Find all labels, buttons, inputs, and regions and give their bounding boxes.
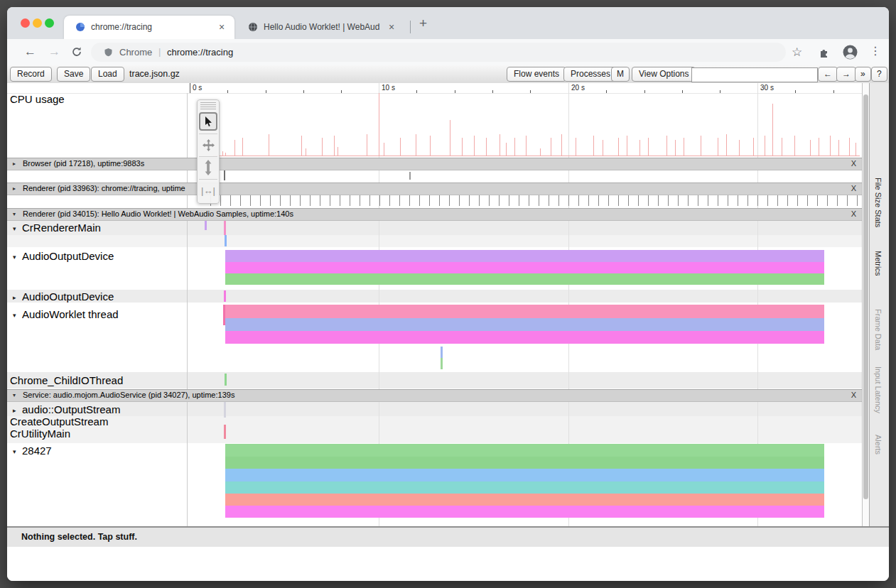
- renderer-event-tick: [419, 195, 420, 206]
- renderer-event-tick: [807, 195, 808, 206]
- trace-slice[interactable]: [225, 318, 824, 331]
- renderer-event-tick: [409, 195, 410, 206]
- disclosure-arrow-icon[interactable]: ▾: [13, 312, 22, 319]
- renderer-event-tick: [549, 195, 549, 206]
- right-sidebar: File Size StatsMetricsFrame DataInput La…: [869, 83, 889, 526]
- renderer-event-tick: [648, 195, 649, 206]
- thread-name: CrRendererMain: [22, 222, 101, 234]
- trace-micro-slice[interactable]: [225, 235, 227, 246]
- disclosure-arrow-icon[interactable]: ▸: [13, 407, 22, 414]
- thread-row-label[interactable]: ▾AudioOutputDevice: [13, 250, 114, 262]
- thread-row-label[interactable]: ▾AudioWorklet thread: [13, 308, 119, 320]
- kebab-menu-icon[interactable]: ⋮: [870, 44, 881, 58]
- process-header[interactable]: ▸Renderer (pid 33963): chrome://tracing,…: [7, 183, 862, 195]
- close-track-button[interactable]: X: [851, 390, 856, 401]
- zoom-tool-button[interactable]: [200, 159, 217, 176]
- renderer-event-tick: [519, 195, 519, 206]
- cpu-spike: [675, 140, 676, 156]
- sidebar-tab-metrics[interactable]: Metrics: [874, 251, 882, 276]
- renderer-event-tick: [747, 195, 748, 206]
- thread-row-label[interactable]: Chrome_ChildIOThread: [10, 374, 123, 386]
- process-header[interactable]: ▾Renderer (pid 34015): Hello Audio Workl…: [7, 208, 862, 221]
- cpu-spike: [838, 140, 839, 156]
- cpu-spike: [849, 138, 850, 156]
- process-header[interactable]: ▾Service: audio.mojom.AudioService (pid …: [7, 389, 862, 402]
- trace-slice[interactable]: [225, 331, 824, 344]
- cpu-spike: [500, 134, 500, 156]
- renderer-event-tick: [499, 195, 500, 206]
- cpu-spike: [450, 120, 450, 156]
- help-button[interactable]: ?: [871, 67, 887, 82]
- pan-tool-button[interactable]: [200, 136, 217, 153]
- trace-micro-slice[interactable]: [224, 425, 226, 439]
- disclosure-arrow-icon[interactable]: ▾: [13, 448, 22, 455]
- renderer-event-tick: [857, 195, 858, 206]
- trace-micro-slice[interactable]: [224, 219, 226, 235]
- trace-slice[interactable]: [225, 250, 824, 262]
- thread-row-label[interactable]: CreateOutputStream: [10, 415, 108, 428]
- renderer-event-tick: [618, 195, 619, 206]
- trace-slice[interactable]: [225, 494, 824, 506]
- disclosure-arrow-icon[interactable]: ▸: [13, 183, 16, 194]
- close-track-button[interactable]: X: [851, 209, 856, 219]
- process-header[interactable]: ▸Browser (pid 17218), uptime:9883sX: [7, 158, 862, 170]
- thread-row-label[interactable]: ▸AudioOutputDevice: [13, 290, 114, 303]
- trace-micro-slice[interactable]: [223, 305, 225, 325]
- close-track-button[interactable]: X: [851, 158, 856, 169]
- cpu-spike: [782, 138, 782, 156]
- cpu-spike: [618, 138, 619, 156]
- trace-micro-slice[interactable]: [441, 347, 443, 358]
- renderer-event-tick: [270, 195, 271, 206]
- disclosure-arrow-icon[interactable]: ▾: [13, 209, 16, 219]
- renderer-event-tick: [847, 195, 848, 206]
- cpu-spike: [384, 143, 384, 156]
- renderer-event-tick: [360, 195, 360, 206]
- close-track-button[interactable]: X: [851, 183, 856, 194]
- renderer-event-tick: [350, 195, 350, 206]
- renderer-event-tick: [568, 195, 569, 206]
- trace-micro-slice[interactable]: [205, 220, 207, 230]
- thread-row-label[interactable]: ▸audio::OutputStream: [13, 403, 120, 415]
- trace-slice[interactable]: [225, 506, 824, 518]
- thread-name: Chrome_ChildIOThread: [10, 374, 123, 386]
- cpu-spike: [639, 140, 640, 156]
- thread-row-label[interactable]: ▾CrRendererMain: [13, 222, 101, 234]
- palette-drag-grip[interactable]: [200, 102, 216, 110]
- trace-slice[interactable]: [225, 481, 824, 494]
- scrollbar-thumb[interactable]: [863, 94, 868, 499]
- renderer-event-tick: [787, 195, 788, 206]
- trace-micro-slice[interactable]: [224, 402, 226, 418]
- disclosure-arrow-icon[interactable]: ▸: [13, 158, 16, 169]
- trace-slice[interactable]: [225, 273, 824, 285]
- trace-slice[interactable]: [225, 262, 824, 273]
- trace-micro-slice[interactable]: [225, 374, 227, 386]
- cpu-spike: [739, 140, 740, 156]
- cpu-spike: [306, 148, 306, 156]
- select-tool-button[interactable]: [199, 112, 217, 131]
- trace-slice[interactable]: [225, 457, 824, 469]
- thread-row-label[interactable]: CrUtilityMain: [10, 428, 70, 440]
- timing-select-icon: |↔|: [201, 185, 215, 196]
- cpu-spike: [526, 136, 527, 156]
- cpu-spike: [269, 134, 269, 156]
- trace-slice[interactable]: [225, 469, 824, 481]
- thread-row-label[interactable]: ▾28427: [13, 445, 52, 457]
- renderer-event-tick: [837, 195, 838, 206]
- trace-slice[interactable]: [225, 444, 824, 457]
- disclosure-arrow-icon[interactable]: ▾: [13, 225, 22, 232]
- trace-slice[interactable]: [225, 305, 824, 318]
- disclosure-arrow-icon[interactable]: ▾: [13, 390, 16, 401]
- cpu-spike: [514, 138, 515, 156]
- renderer-event-tick: [240, 195, 241, 206]
- timing-tool-button[interactable]: |↔|: [200, 182, 217, 199]
- trace-micro-slice[interactable]: [224, 290, 226, 302]
- cpu-spike: [322, 138, 323, 156]
- sidebar-tab-file-size-stats[interactable]: File Size Stats: [874, 178, 882, 227]
- thread-name: AudioOutputDevice: [22, 250, 114, 262]
- disclosure-arrow-icon[interactable]: ▾: [13, 254, 22, 261]
- disclosure-arrow-icon[interactable]: ▸: [13, 294, 22, 301]
- renderer-event-tick: [379, 195, 380, 206]
- cursor-icon: [203, 116, 213, 127]
- cpu-spike: [855, 143, 856, 156]
- trace-micro-slice[interactable]: [441, 358, 443, 369]
